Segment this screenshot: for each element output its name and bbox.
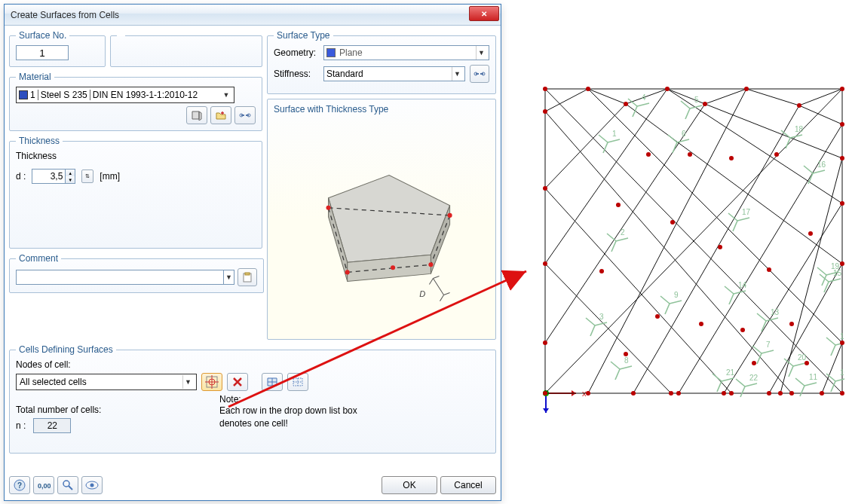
- help-icon: ?: [14, 479, 26, 491]
- links-icon: [239, 110, 251, 121]
- svg-text:8: 8: [624, 356, 629, 365]
- svg-text:11: 11: [809, 373, 818, 381]
- nodes-of-cell-value: All selected cells: [20, 377, 182, 387]
- delete-cell-button[interactable]: [227, 373, 248, 391]
- geometry-value: Plane: [339, 47, 363, 58]
- svg-point-179: [718, 245, 722, 249]
- svg-point-158: [840, 156, 844, 160]
- svg-point-180: [767, 267, 771, 272]
- svg-point-152: [543, 109, 547, 114]
- nodes-of-cell-combo[interactable]: All selected cells ▼: [16, 374, 197, 390]
- svg-line-118: [804, 166, 813, 173]
- magnifier-icon: [62, 479, 74, 491]
- material-combo[interactable]: 1 Steel S 235 DIN EN 1993-1-1:2010-12 ▼: [16, 87, 234, 103]
- svg-point-170: [778, 391, 783, 396]
- chevron-down-icon: ▼: [182, 375, 193, 389]
- comment-pick-button[interactable]: [238, 268, 257, 286]
- updown-icon: ⇅: [85, 173, 90, 179]
- local-axis-21: 21: [713, 368, 735, 392]
- material-new-button[interactable]: [210, 106, 231, 124]
- surface-no-input[interactable]: [16, 45, 69, 60]
- pick-cells-button[interactable]: [201, 373, 222, 391]
- svg-text:6: 6: [682, 130, 686, 138]
- svg-line-78: [668, 135, 677, 142]
- thickness-spinner[interactable]: ▲ ▼: [32, 169, 75, 184]
- thickness-stepper-button[interactable]: ⇅: [81, 170, 93, 183]
- svg-line-132: [793, 363, 805, 366]
- select-none-button[interactable]: [287, 373, 308, 391]
- model-viewport[interactable]: x z 123456789101112131415161718: [543, 83, 844, 414]
- links-icon: [474, 69, 486, 79]
- thickness-value[interactable]: [32, 170, 64, 183]
- svg-line-42: [545, 89, 667, 264]
- svg-point-16: [391, 265, 395, 270]
- stiffness-combo[interactable]: Standard ▼: [323, 66, 465, 81]
- svg-point-161: [840, 341, 844, 345]
- svg-marker-6: [329, 176, 450, 263]
- svg-line-73: [685, 108, 690, 119]
- svg-point-164: [631, 391, 636, 396]
- svg-point-167: [722, 391, 726, 396]
- stiffness-label: Stiffness:: [274, 69, 319, 79]
- svg-text:4: 4: [642, 93, 646, 102]
- svg-line-88: [670, 301, 682, 304]
- svg-line-121: [733, 221, 737, 231]
- svg-line-138: [713, 374, 722, 381]
- folder-plus-icon: [215, 110, 227, 121]
- spin-up-icon[interactable]: ▲: [65, 170, 75, 176]
- svg-point-28: [90, 484, 94, 487]
- local-axis-17: 17: [728, 208, 751, 231]
- svg-text:1: 1: [612, 130, 617, 138]
- svg-point-187: [624, 352, 628, 356]
- chevron-down-icon: ▼: [476, 46, 486, 60]
- svg-point-162: [840, 391, 844, 396]
- material-index: 1: [30, 90, 35, 100]
- geometry-combo[interactable]: Plane ▼: [323, 45, 489, 60]
- units-button[interactable]: 0,00: [33, 476, 54, 494]
- chevron-down-icon: ▼: [221, 88, 231, 102]
- svg-line-55: [822, 343, 842, 393]
- svg-line-104: [766, 318, 778, 321]
- local-axis-18: 18: [781, 125, 804, 148]
- delete-x-icon: [232, 377, 243, 387]
- divider: [38, 90, 38, 100]
- svg-point-166: [676, 391, 681, 396]
- svg-line-94: [826, 374, 835, 381]
- svg-point-144: [543, 87, 547, 91]
- svg-line-90: [660, 296, 670, 304]
- select-all-button[interactable]: [262, 373, 283, 391]
- svg-point-188: [752, 361, 756, 365]
- visibility-button[interactable]: [81, 476, 103, 494]
- ok-button[interactable]: OK: [382, 476, 437, 494]
- svg-line-102: [826, 338, 835, 345]
- svg-text:14: 14: [738, 281, 747, 289]
- material-edit-button[interactable]: [234, 106, 256, 124]
- svg-line-130: [817, 267, 826, 275]
- comment-value: [17, 270, 223, 284]
- cancel-button[interactable]: Cancel: [440, 476, 496, 494]
- svg-line-137: [717, 381, 722, 392]
- grid-dash-icon: [292, 377, 304, 387]
- svg-line-76: [677, 139, 689, 142]
- comment-combo[interactable]: ▼: [16, 270, 234, 285]
- svg-line-113: [824, 282, 829, 292]
- svg-line-124: [790, 135, 802, 138]
- svg-text:2: 2: [621, 228, 625, 237]
- material-color-swatch: [19, 90, 28, 99]
- svg-line-116: [813, 170, 825, 173]
- stiffness-edit-button[interactable]: [470, 65, 489, 83]
- svg-text:19: 19: [831, 262, 840, 270]
- help-button[interactable]: ?: [9, 476, 30, 494]
- zoom-button[interactable]: [57, 476, 78, 494]
- surface-no-group: Surface No.: [9, 30, 106, 67]
- svg-line-50: [545, 188, 731, 393]
- svg-text:?: ?: [17, 481, 22, 490]
- svg-line-62: [607, 234, 616, 241]
- svg-point-183: [655, 314, 660, 319]
- svg-line-57: [603, 142, 608, 153]
- spin-down-icon[interactable]: ▼: [65, 176, 75, 183]
- title-bar[interactable]: Create Surfaces from Cells ✕: [5, 5, 501, 26]
- material-library-button[interactable]: [186, 106, 207, 124]
- close-button[interactable]: ✕: [469, 6, 499, 21]
- material-group: Material 1 Steel S 235 DIN EN 1993-1-1:2…: [9, 72, 262, 131]
